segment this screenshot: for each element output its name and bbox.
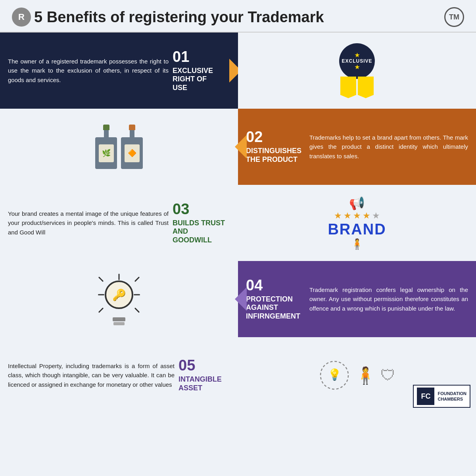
benefit-5-right: 💡 🧍 🛡 FC FOUNDATION CHAMBERS <box>238 337 476 413</box>
bottles-icon: 🌿 🔶 <box>95 125 143 169</box>
benefit-2-label: 02 DISTINGUISHES THE PRODUCT <box>246 129 309 164</box>
benefit-1-description: The owner of a registered trademark poss… <box>8 57 173 84</box>
arrow-left-orange-icon <box>235 135 247 159</box>
bottle-2: 🔶 <box>121 125 143 169</box>
benefit-4-description: Trademark registration confers legal own… <box>309 285 468 313</box>
intangible-icons: 💡 🧍 🛡 <box>319 359 395 391</box>
brand-illustration: 📢 ★★★★ ★ BRAND 🧍 <box>328 196 386 250</box>
benefit-4-right: 04 PROTECTION AGAINST INFIRNGEMENT Trade… <box>238 261 476 337</box>
person-icon: 🧍 <box>355 366 376 385</box>
shield-icon: 🛡 <box>380 367 395 384</box>
benefit-3-left: Your brand creates a mental image of the… <box>0 185 238 261</box>
benefit-5-description: Intellectual Property, including tradema… <box>8 361 178 389</box>
award-badge-icon: ★ EXCLUSIVE ★ <box>339 43 375 98</box>
badge-ribbon <box>340 77 374 98</box>
page-header: R 5 Benefits of registering your Tradema… <box>0 0 476 33</box>
brand-person-icon: 🧍 <box>351 238 363 250</box>
svg-text:💡: 💡 <box>328 368 342 381</box>
lightbulb-key-icon: 🔑 <box>97 273 141 325</box>
arrow-left-purple-icon <box>235 287 247 311</box>
benefit-2-right: 02 DISTINGUISHES THE PRODUCT Trademarks … <box>238 109 476 185</box>
benefit-1-label: 01 EXCLUSIVE RIGHT OF USE <box>173 49 230 92</box>
benefit-1-right: ★ EXCLUSIVE ★ <box>238 33 476 109</box>
bottle-1: 🌿 <box>95 125 117 169</box>
trademark-badge: TM <box>444 7 464 27</box>
benefits-grid: The owner of a registered trademark poss… <box>0 33 476 413</box>
dashed-bulb-icon: 💡 <box>319 359 350 391</box>
benefit-2-description: Trademarks help to set a brand apart fro… <box>309 133 468 161</box>
brand-stars: ★★★★ ★ <box>334 211 380 221</box>
brand-text: BRAND <box>328 221 386 238</box>
benefit-4-label: 04 PROTECTION AGAINST INFIRNGEMENT <box>246 278 309 321</box>
fc-logo-name: FOUNDATION CHAMBERS <box>438 391 466 402</box>
benefit-2-left: 🌿 🔶 <box>0 109 238 185</box>
benefit-3-label: 03 BUILDS TRUST AND GOODWILL <box>173 202 230 245</box>
badge-circle: ★ EXCLUSIVE ★ <box>339 43 375 79</box>
benefit-4-left: 🔑 <box>0 261 238 337</box>
page-title: 5 Benefits of registering your Trademark <box>34 9 440 26</box>
benefit-3-right: 📢 ★★★★ ★ BRAND 🧍 <box>238 185 476 261</box>
benefit-5-label: 05 INTANGIBLE ASSET <box>178 358 230 392</box>
fc-logo: FC FOUNDATION CHAMBERS <box>413 385 470 408</box>
registered-icon: R <box>12 8 31 27</box>
benefit-1-left: The owner of a registered trademark poss… <box>0 33 238 109</box>
benefit-5-left: Intellectual Property, including tradema… <box>0 337 238 413</box>
fc-logo-letters: FC <box>417 388 434 405</box>
benefit-3-description: Your brand creates a mental image of the… <box>8 209 173 237</box>
